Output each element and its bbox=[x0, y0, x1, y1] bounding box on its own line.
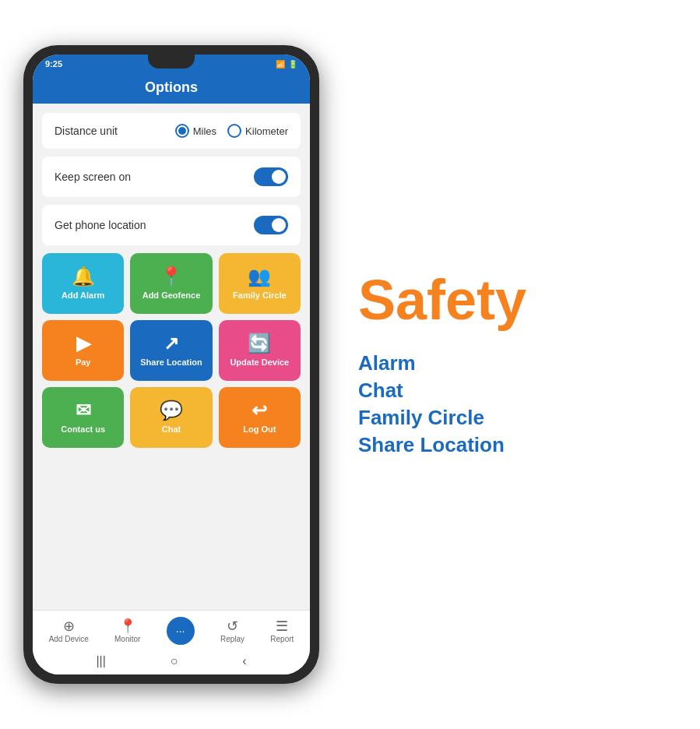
grid-buttons: 🔔 Add Alarm 📍 Add Geofence 👥 Family Circ… bbox=[42, 253, 301, 448]
chat-label: Chat bbox=[162, 424, 181, 434]
add-alarm-label: Add Alarm bbox=[62, 291, 104, 300]
keep-screen-row: Keep screen on bbox=[42, 157, 301, 197]
nav-more[interactable]: ··· bbox=[167, 617, 195, 645]
right-panel: Safety Alarm Chat Family Circle Share Lo… bbox=[335, 256, 692, 473]
logout-label: Log Out bbox=[243, 424, 276, 434]
kilometer-option[interactable]: Kilometer bbox=[227, 124, 288, 138]
update-device-button[interactable]: 🔄 Update Device bbox=[219, 320, 301, 381]
android-back-icon[interactable]: ||| bbox=[96, 654, 105, 668]
nav-report[interactable]: ☰ Report bbox=[270, 619, 294, 643]
add-device-label: Add Device bbox=[49, 635, 89, 643]
contact-us-label: Contact us bbox=[61, 424, 105, 434]
nav-add-device[interactable]: ⊕ Add Device bbox=[49, 619, 89, 643]
miles-label: Miles bbox=[193, 125, 216, 137]
contact-icon: ✉ bbox=[76, 401, 91, 420]
more-icon: ··· bbox=[176, 625, 185, 637]
share-location-label: Share Location bbox=[140, 357, 202, 367]
monitor-label: Monitor bbox=[114, 635, 140, 643]
safety-title: Safety bbox=[358, 272, 669, 328]
geofence-icon: 📍 bbox=[160, 267, 183, 286]
feature-chat: Chat bbox=[358, 379, 669, 403]
add-geofence-button[interactable]: 📍 Add Geofence bbox=[130, 253, 212, 314]
phone-screen: 9:25 📶 🔋 Options Distance unit bbox=[33, 55, 310, 674]
feature-family-circle: Family Circle bbox=[358, 406, 669, 430]
phone-location-row: Get phone location bbox=[42, 205, 301, 245]
miles-option[interactable]: Miles bbox=[175, 124, 216, 138]
content-area: Distance unit Miles Kilometer bbox=[33, 104, 310, 610]
add-alarm-button[interactable]: 🔔 Add Alarm bbox=[42, 253, 124, 314]
pay-icon: ▶ bbox=[76, 334, 90, 353]
monitor-icon: 📍 bbox=[119, 619, 136, 633]
share-icon: ↗ bbox=[164, 334, 179, 353]
family-icon: 👥 bbox=[248, 267, 271, 286]
keep-screen-label: Keep screen on bbox=[55, 171, 131, 183]
share-location-button[interactable]: ↗ Share Location bbox=[130, 320, 212, 381]
logout-button[interactable]: ↩ Log Out bbox=[219, 387, 301, 448]
wifi-icon: 📶 bbox=[276, 60, 285, 69]
family-circle-label: Family Circle bbox=[233, 291, 286, 300]
nav-replay[interactable]: ↺ Replay bbox=[220, 619, 244, 643]
keep-screen-toggle[interactable] bbox=[254, 167, 288, 186]
add-device-icon: ⊕ bbox=[63, 619, 75, 633]
status-time: 9:25 bbox=[45, 59, 62, 69]
pay-button[interactable]: ▶ Pay bbox=[42, 320, 124, 381]
radio-group[interactable]: Miles Kilometer bbox=[175, 124, 288, 138]
feature-alarm: Alarm bbox=[358, 351, 669, 375]
app-header: Options bbox=[33, 72, 310, 104]
android-home-icon[interactable]: ○ bbox=[171, 654, 178, 668]
distance-unit-label: Distance unit bbox=[55, 125, 118, 137]
feature-share-location: Share Location bbox=[358, 433, 669, 457]
bottom-nav: ⊕ Add Device 📍 Monitor ··· ↺ Replay bbox=[33, 610, 310, 648]
report-label: Report bbox=[270, 635, 294, 643]
android-nav-bar: ||| ○ ‹ bbox=[33, 648, 310, 674]
status-icons: 📶 🔋 bbox=[276, 60, 297, 69]
pay-label: Pay bbox=[76, 357, 91, 367]
kilometer-radio[interactable] bbox=[227, 124, 241, 138]
camera-notch bbox=[148, 55, 195, 69]
family-circle-button[interactable]: 👥 Family Circle bbox=[219, 253, 301, 314]
chat-icon: 💬 bbox=[160, 401, 183, 420]
replay-icon: ↺ bbox=[227, 619, 238, 633]
replay-label: Replay bbox=[220, 635, 244, 643]
update-device-label: Update Device bbox=[230, 357, 289, 367]
alarm-icon: 🔔 bbox=[72, 267, 95, 286]
add-geofence-label: Add Geofence bbox=[142, 291, 201, 300]
contact-us-button[interactable]: ✉ Contact us bbox=[42, 387, 124, 448]
phone-location-label: Get phone location bbox=[55, 219, 146, 231]
distance-unit-row: Distance unit Miles Kilometer bbox=[42, 113, 301, 149]
feature-list: Alarm Chat Family Circle Share Location bbox=[358, 351, 669, 457]
phone-mockup: 9:25 📶 🔋 Options Distance unit bbox=[8, 45, 335, 684]
kilometer-label: Kilometer bbox=[245, 125, 288, 137]
chat-button[interactable]: 💬 Chat bbox=[130, 387, 212, 448]
phone-location-toggle[interactable] bbox=[254, 216, 288, 234]
header-title: Options bbox=[145, 79, 198, 95]
phone-device: 9:25 📶 🔋 Options Distance unit bbox=[23, 45, 319, 684]
battery-icon: 🔋 bbox=[288, 60, 297, 69]
android-recents-icon[interactable]: ‹ bbox=[242, 654, 246, 668]
logout-icon: ↩ bbox=[252, 401, 267, 420]
miles-radio[interactable] bbox=[175, 124, 189, 138]
nav-monitor[interactable]: 📍 Monitor bbox=[114, 619, 140, 643]
update-icon: 🔄 bbox=[248, 334, 271, 353]
report-icon: ☰ bbox=[276, 619, 288, 633]
